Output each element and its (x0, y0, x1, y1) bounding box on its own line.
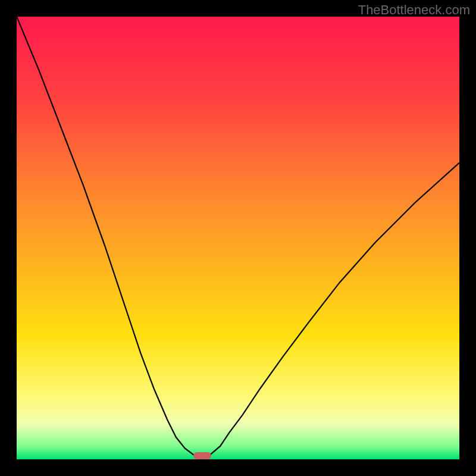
left-curve-line (17, 17, 203, 459)
chart-plot-area (17, 17, 459, 459)
watermark-text: TheBottleneck.com (358, 2, 470, 18)
optimal-marker (193, 452, 211, 459)
right-curve-line (203, 163, 460, 460)
bottleneck-curves (17, 17, 459, 459)
